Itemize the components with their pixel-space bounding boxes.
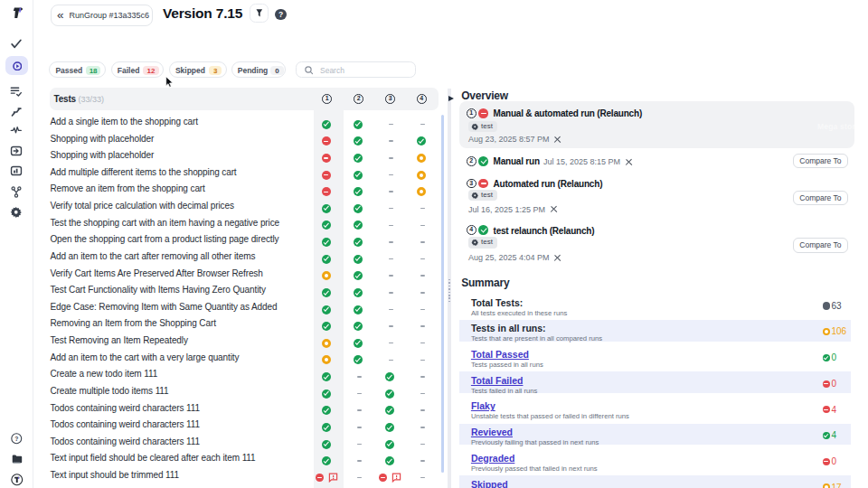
svg-text:?: ? <box>14 436 18 442</box>
